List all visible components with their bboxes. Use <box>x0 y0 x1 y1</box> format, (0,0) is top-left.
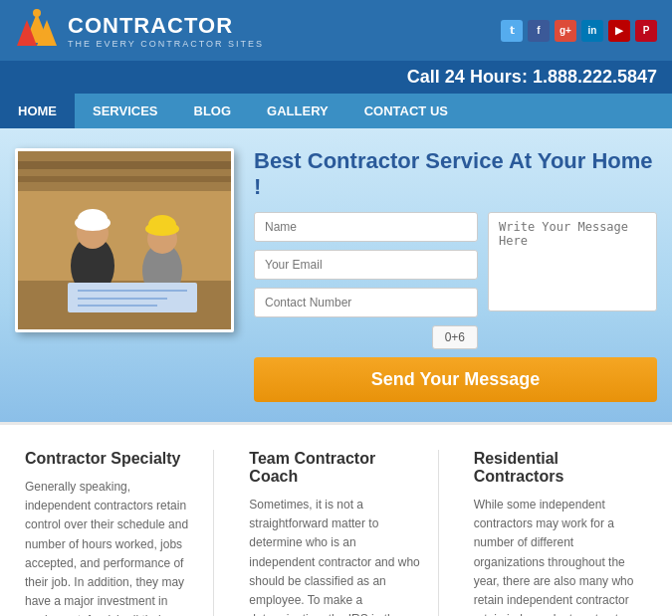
feature-1-text: Generally speaking, independent contract… <box>25 478 198 616</box>
form-right <box>488 212 657 357</box>
nav-contact[interactable]: CONTACT US <box>346 94 466 128</box>
features-section: Contractor Specialty Generally speaking,… <box>0 422 672 616</box>
nav-gallery[interactable]: GALLERY <box>249 94 346 128</box>
youtube-icon[interactable]: ▶ <box>608 20 630 42</box>
nav-services[interactable]: SERVICES <box>75 94 176 128</box>
site-header: CONTRACTOR THE EVERY CONTRACTOR SITES 𝕥 … <box>0 0 672 61</box>
captcha-box: 0+6 <box>432 325 478 349</box>
logo-area: CONTRACTOR THE EVERY CONTRACTOR SITES <box>15 8 264 53</box>
hero-image <box>15 148 234 332</box>
message-input[interactable] <box>488 212 657 311</box>
feature-1: Contractor Specialty Generally speaking,… <box>20 450 214 616</box>
svg-point-16 <box>148 215 176 235</box>
send-button[interactable]: Send Your Message <box>254 357 657 402</box>
nav-blog[interactable]: BLOG <box>176 94 250 128</box>
brand-name: CONTRACTOR <box>68 13 264 39</box>
hero-img-placeholder <box>18 151 231 329</box>
brand-tagline: THE EVERY CONTRACTOR SITES <box>68 39 264 49</box>
svg-rect-7 <box>18 176 234 182</box>
feature-3-text: While some independent contractors may w… <box>474 496 647 616</box>
svg-rect-17 <box>68 283 197 312</box>
feature-2: Team Contractor Coach Sometimes, it is n… <box>234 450 438 616</box>
feature-3-title: Residential Contractors <box>474 450 647 486</box>
nav-home[interactable]: HOME <box>0 94 75 128</box>
hero-title: Best Contractor Service At Your Home ! <box>254 148 657 200</box>
twitter-icon[interactable]: 𝕥 <box>501 20 523 42</box>
logo-icon <box>15 8 60 53</box>
svg-rect-6 <box>18 161 234 169</box>
form-left: 0+6 <box>254 212 478 357</box>
google-icon[interactable]: g+ <box>555 20 576 42</box>
name-input[interactable] <box>254 212 478 242</box>
phone-input[interactable] <box>254 288 478 317</box>
facebook-icon[interactable]: f <box>528 20 550 42</box>
call-bar: Call 24 Hours: 1.888.222.5847 <box>0 61 672 94</box>
email-input[interactable] <box>254 250 478 280</box>
feature-3: Residential Contractors While some indep… <box>459 450 652 616</box>
hero-svg <box>18 151 234 332</box>
feature-2-text: Sometimes, it is not a straightforward m… <box>249 496 422 616</box>
captcha-row: 0+6 <box>254 325 478 349</box>
feature-1-title: Contractor Specialty <box>25 450 198 468</box>
hero-section: Best Contractor Service At Your Home ! 0… <box>0 128 672 422</box>
pinterest-icon[interactable]: P <box>635 20 657 42</box>
svg-rect-5 <box>18 151 234 191</box>
linkedin-icon[interactable]: in <box>581 20 603 42</box>
social-icons: 𝕥 f g+ in ▶ P <box>501 20 657 42</box>
call-text: Call 24 Hours: 1.888.222.5847 <box>407 67 657 87</box>
form-columns: 0+6 <box>254 212 657 357</box>
svg-point-3 <box>33 9 41 17</box>
hero-form: Best Contractor Service At Your Home ! 0… <box>254 148 657 402</box>
main-nav: HOME SERVICES BLOG GALLERY CONTACT US <box>0 94 672 128</box>
svg-point-12 <box>78 209 108 229</box>
logo-text: CONTRACTOR THE EVERY CONTRACTOR SITES <box>68 13 264 49</box>
feature-2-title: Team Contractor Coach <box>249 450 422 486</box>
